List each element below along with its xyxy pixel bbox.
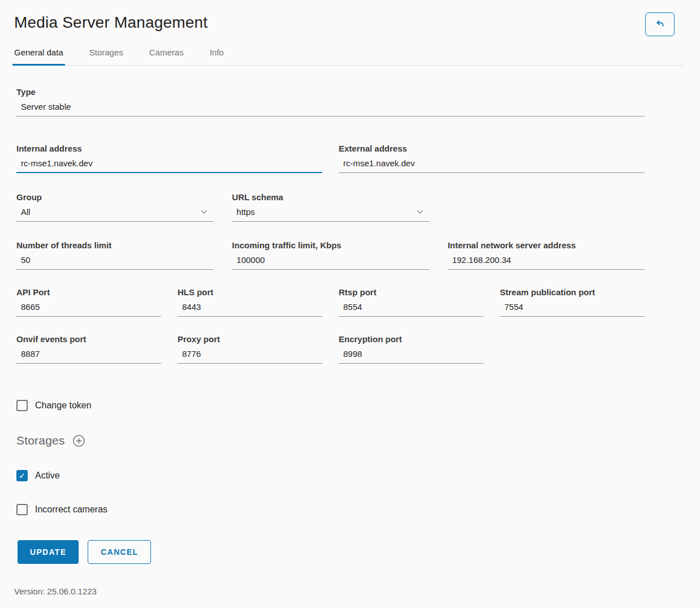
url-schema-select[interactable]: https [232,207,429,222]
proxy-port-input[interactable] [178,349,322,364]
type-label: Type [16,87,645,97]
onvif-events-port-input[interactable] [16,349,161,364]
page-title: Media Server Management [14,14,700,32]
field-stream-publication-port: Stream publication port [500,287,645,317]
field-rtsp-port: Rtsp port [339,287,483,317]
tab-cameras[interactable]: Cameras [148,45,185,65]
undo-icon [654,18,666,31]
tab-info[interactable]: Info [208,45,226,65]
tab-general-data[interactable]: General data [12,45,65,65]
checkbox-icon [16,470,28,481]
media-server-management-page: Media Server Management General data Sto… [0,0,700,608]
active-label: Active [35,471,60,481]
group-label: Group [16,192,213,202]
rtsp-port-label: Rtsp port [339,287,483,297]
plus-circle-icon [72,434,85,447]
field-api-port: API Port [16,287,161,317]
form-actions: UPDATE CANCEL [18,540,700,564]
encryption-port-label: Encryption port [339,334,483,344]
stream-publication-port-label: Stream publication port [500,287,645,297]
proxy-port-label: Proxy port [178,334,322,344]
cancel-button[interactable]: CANCEL [88,540,151,564]
general-data-form: Type Internal address External address G… [16,87,645,364]
threads-limit-label: Number of threads limit [16,240,213,250]
field-incoming-traffic: Incoming traffic limit, Kbps [232,240,429,270]
storages-heading: Storages [16,434,65,447]
field-hls-port: HLS port [178,287,322,317]
chevron-down-icon [417,210,424,214]
external-address-label: External address [339,144,645,153]
url-schema-select-value: https [236,207,255,217]
field-external-address: External address [339,144,645,173]
field-encryption-port: Encryption port [339,334,483,364]
hls-port-input[interactable] [178,302,322,317]
field-url-schema: URL schema https [232,192,429,222]
incorrect-cameras-label: Incorrect cameras [35,504,107,515]
field-threads-limit: Number of threads limit [16,240,213,270]
field-onvif-events-port: Onvif events port [16,334,161,364]
external-address-input[interactable] [339,158,645,173]
update-button[interactable]: UPDATE [18,540,79,564]
hls-port-label: HLS port [178,287,322,297]
tab-bar: General data Storages Cameras Info [12,45,685,66]
field-internal-network-address: Internal network server address [448,240,645,270]
encryption-port-input[interactable] [339,349,483,364]
internal-network-address-input[interactable] [448,255,645,270]
threads-limit-input[interactable] [16,255,213,270]
field-group: Group All [16,192,213,222]
api-port-label: API Port [16,287,161,297]
field-proxy-port: Proxy port [178,334,322,364]
group-select[interactable]: All [16,207,213,222]
internal-network-address-label: Internal network server address [448,240,645,250]
active-checkbox[interactable]: Active [16,470,700,481]
storages-section-header: Storages [16,434,700,447]
checkbox-icon [16,400,28,411]
type-input[interactable] [16,102,645,117]
onvif-events-port-label: Onvif events port [16,334,161,344]
group-select-value: All [21,207,31,217]
internal-address-label: Internal address [16,144,322,153]
tab-storages[interactable]: Storages [88,45,125,65]
incoming-traffic-input[interactable] [232,255,429,270]
checkbox-icon [16,504,28,515]
incorrect-cameras-checkbox[interactable]: Incorrect cameras [16,504,700,515]
chevron-down-icon [201,210,208,214]
change-token-label: Change token [35,400,92,411]
field-type: Type [16,87,645,117]
url-schema-label: URL schema [232,192,429,202]
incoming-traffic-label: Incoming traffic limit, Kbps [232,240,429,250]
rtsp-port-input[interactable] [339,302,483,317]
api-port-input[interactable] [16,302,161,317]
back-button[interactable] [645,12,675,36]
change-token-checkbox[interactable]: Change token [16,400,700,411]
add-storage-button[interactable] [72,434,85,447]
stream-publication-port-input[interactable] [500,302,645,317]
internal-address-input[interactable] [16,158,322,173]
version-text: Version: 25.06.0.1223 [14,587,700,608]
field-internal-address: Internal address [16,144,322,173]
